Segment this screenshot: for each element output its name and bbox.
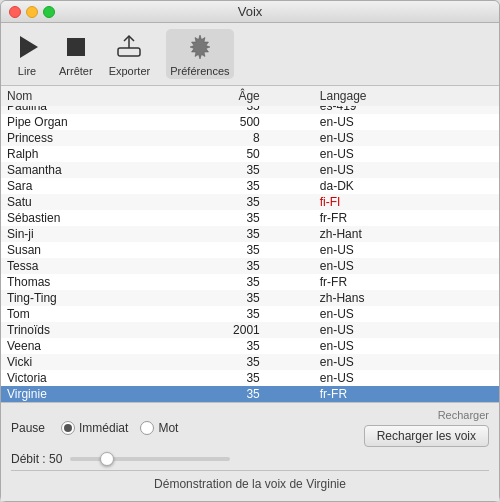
cell-nom: Vicki <box>1 354 200 370</box>
cell-nom: Thomas <box>1 274 200 290</box>
radio-mot-label: Mot <box>158 421 178 435</box>
table-row[interactable]: Sin-ji35zh-Hant <box>1 226 499 242</box>
traffic-lights <box>9 6 55 18</box>
radio-group: Immédiat Mot <box>61 421 178 435</box>
table-row[interactable]: Pipe Organ500en-US <box>1 114 499 130</box>
debit-slider-thumb[interactable] <box>100 452 114 466</box>
controls-row: Pause Immédiat Mot Recharger Recharger l… <box>11 409 489 447</box>
table-row[interactable]: Thomas35fr-FR <box>1 274 499 290</box>
cell-age: 35 <box>200 162 300 178</box>
gear-icon <box>184 31 216 63</box>
play-icon <box>11 31 43 63</box>
cell-lang: en-US <box>300 354 499 370</box>
svg-rect-0 <box>118 48 140 56</box>
cell-age: 35 <box>200 370 300 386</box>
table-row[interactable]: Susan35en-US <box>1 242 499 258</box>
table-row[interactable]: Vicki35en-US <box>1 354 499 370</box>
col-header-lang[interactable]: Langage <box>300 86 499 107</box>
play-label: Lire <box>18 65 36 77</box>
export-label: Exporter <box>109 65 151 77</box>
table-row[interactable]: Virginie35fr-FR <box>1 386 499 402</box>
toolbar: Lire Arrêter Exporter <box>1 23 499 86</box>
cell-nom: Ralph <box>1 146 200 162</box>
voice-table: Nom Âge Langage Moira35en-IEMonica35es-E… <box>1 86 499 402</box>
radio-immediat[interactable]: Immédiat <box>61 421 128 435</box>
play-toolbar-item[interactable]: Lire <box>11 31 43 77</box>
cell-lang: da-DK <box>300 178 499 194</box>
close-button[interactable] <box>9 6 21 18</box>
export-toolbar-item[interactable]: Exporter <box>109 31 151 77</box>
cell-nom: Sébastien <box>1 210 200 226</box>
cell-lang: en-US <box>300 338 499 354</box>
table-row[interactable]: Sébastien35fr-FR <box>1 210 499 226</box>
prefs-toolbar-item[interactable]: Préférences <box>166 29 233 79</box>
voice-table-container: Nom Âge Langage Moira35en-IEMonica35es-E… <box>1 86 499 402</box>
cell-nom: Sin-ji <box>1 226 200 242</box>
bottom-controls: Pause Immédiat Mot Recharger Recharger l… <box>1 402 499 501</box>
cell-age: 35 <box>200 290 300 306</box>
radio-mot[interactable]: Mot <box>140 421 178 435</box>
minimize-button[interactable] <box>26 6 38 18</box>
table-scroll[interactable]: Nom Âge Langage Moira35en-IEMonica35es-E… <box>1 86 499 402</box>
table-row[interactable]: Victoria35en-US <box>1 370 499 386</box>
radio-mot-circle <box>140 421 154 435</box>
col-header-nom[interactable]: Nom <box>1 86 200 107</box>
table-row[interactable]: Samantha35en-US <box>1 162 499 178</box>
cell-age: 35 <box>200 178 300 194</box>
table-row[interactable]: Ralph50en-US <box>1 146 499 162</box>
cell-age: 35 <box>200 274 300 290</box>
cell-age: 2001 <box>200 322 300 338</box>
radio-immediat-circle <box>61 421 75 435</box>
radio-immediat-label: Immédiat <box>79 421 128 435</box>
table-row[interactable]: Princess8en-US <box>1 130 499 146</box>
cell-lang: zh-Hant <box>300 226 499 242</box>
cell-lang: en-US <box>300 322 499 338</box>
stop-label: Arrêter <box>59 65 93 77</box>
maximize-button[interactable] <box>43 6 55 18</box>
cell-age: 35 <box>200 242 300 258</box>
cell-age: 35 <box>200 226 300 242</box>
cell-nom: Veena <box>1 338 200 354</box>
pause-label: Pause <box>11 421 45 435</box>
export-icon <box>113 31 145 63</box>
cell-lang: en-US <box>300 370 499 386</box>
cell-age: 35 <box>200 354 300 370</box>
prefs-label: Préférences <box>170 65 229 77</box>
stop-toolbar-item[interactable]: Arrêter <box>59 31 93 77</box>
cell-age: 35 <box>200 386 300 402</box>
cell-nom: Pipe Organ <box>1 114 200 130</box>
cell-lang: en-US <box>300 130 499 146</box>
cell-nom: Sara <box>1 178 200 194</box>
cell-lang: fr-FR <box>300 386 499 402</box>
debit-label: Débit : 50 <box>11 452 62 466</box>
slider-row: Débit : 50 <box>11 452 489 466</box>
table-row[interactable]: Veena35en-US <box>1 338 499 354</box>
cell-age: 35 <box>200 258 300 274</box>
col-header-age[interactable]: Âge <box>200 86 300 107</box>
table-row[interactable]: Tessa35en-US <box>1 258 499 274</box>
cell-age: 35 <box>200 338 300 354</box>
cell-nom: Ting-Ting <box>1 290 200 306</box>
cell-lang: fr-FR <box>300 274 499 290</box>
debit-slider-track <box>70 457 230 461</box>
cell-nom: Tessa <box>1 258 200 274</box>
cell-lang: fi-FI <box>300 194 499 210</box>
stop-icon <box>60 31 92 63</box>
cell-age: 8 <box>200 130 300 146</box>
table-row[interactable]: Trinoïds2001en-US <box>1 322 499 338</box>
table-row[interactable]: Sara35da-DK <box>1 178 499 194</box>
table-row[interactable]: Ting-Ting35zh-Hans <box>1 290 499 306</box>
reload-button[interactable]: Recharger les voix <box>364 425 489 447</box>
cell-lang: en-US <box>300 114 499 130</box>
cell-nom: Virginie <box>1 386 200 402</box>
cell-nom: Trinoïds <box>1 322 200 338</box>
cell-age: 35 <box>200 194 300 210</box>
cell-age: 500 <box>200 114 300 130</box>
cell-nom: Victoria <box>1 370 200 386</box>
title-bar: Voix <box>1 1 499 23</box>
table-row[interactable]: Satu35fi-FI <box>1 194 499 210</box>
table-row[interactable]: Tom35en-US <box>1 306 499 322</box>
window-title: Voix <box>238 4 263 19</box>
reload-label: Recharger <box>438 409 489 421</box>
cell-lang: en-US <box>300 146 499 162</box>
